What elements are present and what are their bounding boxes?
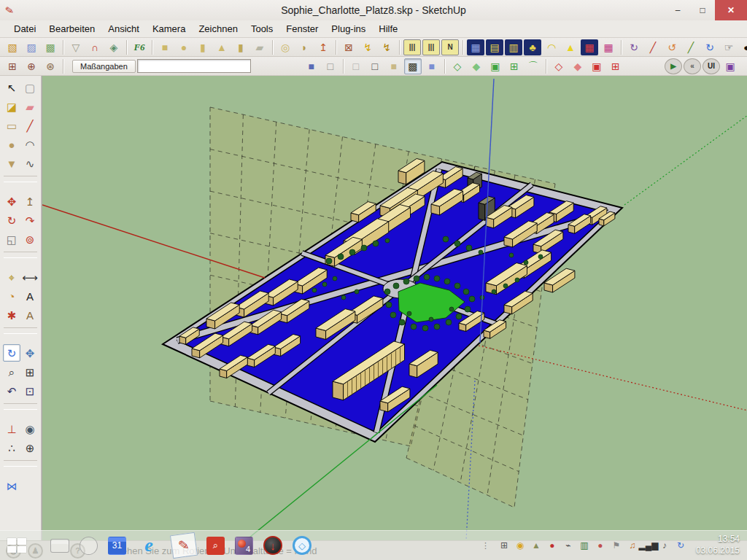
rectangle-tool[interactable]: ▭ xyxy=(3,117,20,134)
dimension-tool[interactable]: ⟷ xyxy=(21,268,39,286)
tray-red-badge2-icon[interactable]: ● xyxy=(594,539,607,552)
color-grid-icon[interactable]: ▦ xyxy=(581,39,598,55)
taskbar-media-4[interactable]: 4 xyxy=(235,537,253,555)
view-wireframe-cube-icon[interactable]: □ xyxy=(322,58,339,74)
taskbar-sketchup[interactable]: ✎ xyxy=(170,532,198,559)
shield-icon[interactable]: ▽ xyxy=(67,39,85,55)
orbit-tool[interactable]: ↻ xyxy=(3,344,20,362)
rotate-tool[interactable]: ↻ xyxy=(3,211,20,229)
menu-datei[interactable]: Datei xyxy=(7,21,42,36)
scale-tool[interactable]: ◱ xyxy=(3,230,20,248)
model-canvas[interactable] xyxy=(42,76,747,540)
minimize-button[interactable]: – xyxy=(665,0,690,20)
tray-volume-icon[interactable]: ♫ xyxy=(626,539,639,552)
torus-icon[interactable]: ◎ xyxy=(276,39,294,55)
layer-green-arc-icon[interactable]: ⌒ xyxy=(525,58,542,74)
tape-measure-tool[interactable]: ⌖ xyxy=(3,268,20,286)
layer-red-diamond-icon[interactable]: ◇ xyxy=(550,58,568,74)
drawing-viewport[interactable] xyxy=(42,76,747,540)
axes-star-icon[interactable]: ⊛ xyxy=(42,58,59,74)
taskbar-downloader[interactable]: ↓ xyxy=(263,536,282,555)
tray-drive-icon[interactable]: ▲ xyxy=(530,539,543,552)
extrude-up-icon[interactable]: ↥ xyxy=(314,39,332,55)
push-pull-tool[interactable]: ↥ xyxy=(21,192,39,210)
layer-red-cube-icon[interactable]: ▣ xyxy=(588,58,605,74)
tree-panel-icon[interactable]: ♣ xyxy=(524,39,541,55)
film-panel-icon[interactable]: ▥ xyxy=(505,39,522,55)
tray-windows-flag-icon[interactable]: ⊞ xyxy=(498,539,511,552)
rotate-purple-icon[interactable]: ↻ xyxy=(625,39,643,55)
north-angle-icon[interactable]: N xyxy=(441,39,459,55)
tray-expand-dots[interactable]: ⋮ xyxy=(481,541,490,551)
menu-plugins[interactable]: Plug-ins xyxy=(325,21,372,36)
menu-ansicht[interactable]: Ansicht xyxy=(101,21,146,36)
pan-tool[interactable]: ✥ xyxy=(21,344,39,362)
layer-red-diamond-filled-icon[interactable]: ◆ xyxy=(569,58,587,74)
menu-hilfe[interactable]: Hilfe xyxy=(372,21,404,36)
turn-around-tool[interactable]: ⊕ xyxy=(21,439,39,456)
layer-green-cubes-icon[interactable]: ⊞ xyxy=(506,58,523,74)
profile-bars2-icon[interactable]: ||| xyxy=(422,39,440,55)
ellipse-black-icon[interactable]: ● xyxy=(734,39,747,55)
solid-wedge-icon[interactable]: ▰ xyxy=(251,39,268,55)
play-button-icon[interactable]: ▶ xyxy=(665,58,682,74)
color-dots-icon[interactable]: ▦ xyxy=(600,39,617,55)
menu-tools[interactable]: Tools xyxy=(244,21,279,36)
ufo-icon[interactable]: ◠ xyxy=(543,39,560,55)
layer-green-diamond-filled-icon[interactable]: ◆ xyxy=(468,58,485,74)
f6-script-icon[interactable]: F6 xyxy=(131,39,148,55)
walk-tool[interactable]: ∴ xyxy=(3,439,20,456)
layer-green-cube-icon[interactable]: ▣ xyxy=(487,58,504,74)
mirror-tool[interactable]: ⋈ xyxy=(3,477,20,494)
wireframe-diamond-icon[interactable]: ◈ xyxy=(105,39,123,55)
follow-me-tool[interactable]: ↷ xyxy=(21,211,39,229)
maximize-button[interactable]: □ xyxy=(690,0,715,20)
tray-gold-badge-icon[interactable]: ◉ xyxy=(514,539,527,552)
taskbar-chrome[interactable] xyxy=(80,537,98,555)
keyboard-panel-icon[interactable]: ▤ xyxy=(486,39,503,55)
rotate-orange-icon[interactable]: ↺ xyxy=(663,39,681,55)
style-xray-cube-icon[interactable]: □ xyxy=(347,58,365,74)
arc-tool[interactable]: ◠ xyxy=(21,136,39,153)
eraser-tool[interactable]: ▰ xyxy=(21,98,39,115)
style-textured-cube-icon[interactable]: ▩ xyxy=(404,58,422,74)
ui-button-icon[interactable]: UI xyxy=(703,58,720,74)
offset-tool[interactable]: ⊚ xyxy=(21,230,39,248)
dome-icon[interactable]: ◗ xyxy=(295,39,313,55)
line-green-icon[interactable]: ╱ xyxy=(682,39,700,55)
tray-usb-icon[interactable]: ⌁ xyxy=(562,539,575,552)
tray-sync-icon[interactable]: ↻ xyxy=(674,539,687,552)
start-button[interactable] xyxy=(4,534,29,556)
line-tool[interactable]: ╱ xyxy=(21,117,39,134)
oob-layout-cube-blue[interactable]: ▨ xyxy=(23,39,40,55)
fix-flash-icon[interactable]: ↯ xyxy=(359,39,376,55)
solid-tube-icon[interactable]: ▮ xyxy=(232,39,249,55)
select-tool[interactable]: ↖ xyxy=(3,79,20,96)
tray-signal-bars-icon[interactable]: ▂▄▆ xyxy=(642,539,655,552)
menu-bearbeiten[interactable]: Bearbeiten xyxy=(42,21,101,36)
tray-red-badge-icon[interactable]: ● xyxy=(546,539,559,552)
zoom-tool[interactable]: ⌕ xyxy=(3,363,20,381)
look-around-tool[interactable]: ◉ xyxy=(21,420,39,438)
protractor-tool[interactable]: ◔ xyxy=(3,287,20,305)
line-red-icon[interactable]: ╱ xyxy=(644,39,662,55)
tray-flag-icon[interactable]: ⚑ xyxy=(610,539,623,552)
rotate-blue-icon[interactable]: ↻ xyxy=(701,39,719,55)
text-tool[interactable]: A xyxy=(21,287,39,305)
axes-circle-icon[interactable]: ⊕ xyxy=(23,58,40,74)
taskbar-acrobat[interactable]: ⌕ xyxy=(206,537,225,555)
menu-fenster[interactable]: Fenster xyxy=(279,21,325,36)
tray-volume2-icon[interactable]: ♪ xyxy=(658,539,671,552)
taskbar-calendar[interactable]: 31 xyxy=(108,537,126,555)
zoom-previous-tool[interactable]: ↶ xyxy=(3,382,20,400)
style-monochrome-cube-icon[interactable]: ■ xyxy=(423,58,441,74)
axes-tool[interactable]: ✱ xyxy=(3,306,20,324)
rewind-button-icon[interactable]: « xyxy=(684,58,701,74)
grid-tool-icon[interactable]: ⊞ xyxy=(4,58,21,74)
close-button[interactable]: ✕ xyxy=(715,0,747,20)
plugin-cube-icon[interactable]: ▣ xyxy=(721,58,739,74)
zoom-window-tool[interactable]: ⊞ xyxy=(21,363,39,381)
solid-cylinder-icon[interactable]: ▮ xyxy=(194,39,212,55)
solid-box-icon[interactable]: ■ xyxy=(156,39,174,55)
fix-flash-s-icon[interactable]: ↯ xyxy=(378,39,395,55)
